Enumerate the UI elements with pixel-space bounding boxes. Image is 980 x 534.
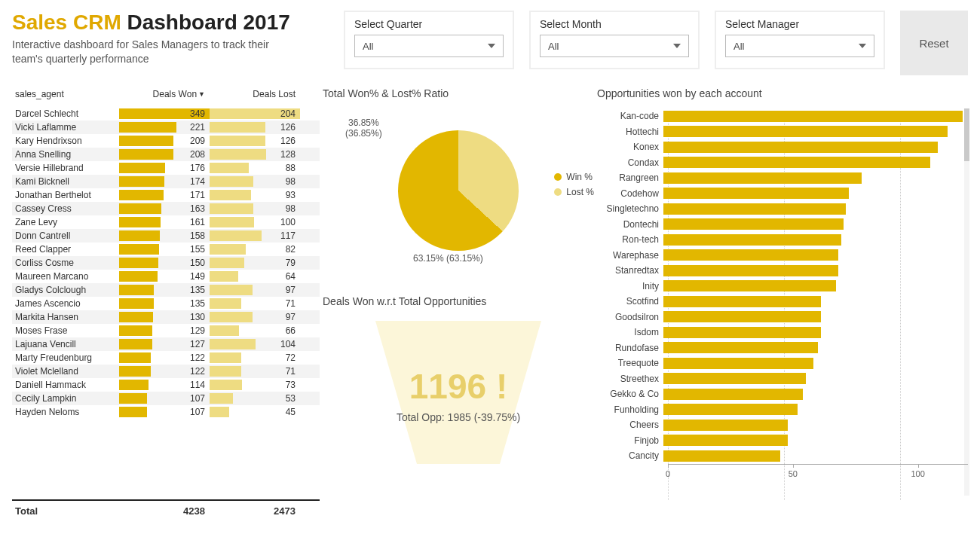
- table-row[interactable]: Vicki Laflamme221126: [12, 121, 320, 134]
- table-row[interactable]: Cecily Lampkin10753: [12, 392, 320, 405]
- lost-bar-cell: 72: [210, 352, 300, 364]
- table-row[interactable]: Hayden Neloms10745: [12, 405, 320, 419]
- table-row[interactable]: Cassey Cress16398: [12, 202, 320, 215]
- account-bar-track: [663, 142, 968, 153]
- won-bar: [119, 407, 147, 417]
- table-row[interactable]: Reed Clapper15582: [12, 243, 320, 256]
- lost-bar: [210, 230, 262, 241]
- table-row[interactable]: Jonathan Berthelot17193: [12, 188, 320, 202]
- won-value: 155: [190, 244, 205, 255]
- table-row[interactable]: Corliss Cosme15079: [12, 256, 320, 270]
- account-row[interactable]: Condax: [597, 155, 968, 171]
- won-value: 149: [190, 271, 205, 282]
- account-row[interactable]: Singletechno: [597, 201, 968, 217]
- account-row[interactable]: Rangreen: [597, 170, 968, 186]
- legend-win[interactable]: Win %: [554, 172, 594, 182]
- accounts-title: Opportunities won by each account: [597, 87, 968, 99]
- lost-value: 98: [286, 203, 296, 214]
- won-bar: [119, 122, 176, 133]
- lost-bar-cell: 66: [210, 325, 300, 337]
- filter-manager-label: Select Manager: [725, 18, 874, 30]
- lost-bar-cell: 53: [210, 392, 300, 404]
- legend-lost[interactable]: Lost %: [554, 187, 594, 197]
- accounts-bar-chart[interactable]: Kan-codeHottechiKonexCondaxRangreenCodeh…: [597, 108, 968, 517]
- account-row[interactable]: Warephase: [597, 248, 968, 264]
- filter-manager-value: All: [733, 41, 744, 52]
- table-row[interactable]: Lajuana Vencill127104: [12, 337, 320, 351]
- filter-manager-select[interactable]: All: [725, 35, 874, 57]
- won-value: 135: [190, 298, 205, 309]
- lost-bar: [210, 136, 265, 146]
- account-row[interactable]: Isdom: [597, 325, 968, 340]
- lost-value: 98: [286, 176, 296, 187]
- table-row[interactable]: Darcel Schlecht349204: [12, 107, 320, 121]
- table-row[interactable]: Kami Bicknell17498: [12, 175, 320, 188]
- account-row[interactable]: Cheers: [597, 417, 968, 433]
- table-row[interactable]: James Ascencio13571: [12, 297, 320, 310]
- account-row[interactable]: Streethex: [597, 371, 968, 387]
- account-row[interactable]: Hottechi: [597, 124, 968, 140]
- lost-value: 64: [286, 271, 296, 282]
- account-row[interactable]: Rundofase: [597, 340, 968, 356]
- col-header-agent[interactable]: sales_agent: [15, 89, 119, 99]
- account-row[interactable]: Inity: [597, 279, 968, 294]
- table-row[interactable]: Versie Hillebrand17688: [12, 161, 320, 175]
- col-header-lost[interactable]: Deals Lost: [210, 89, 300, 99]
- account-label: Cheers: [597, 420, 663, 430]
- agent-name: Markita Hansen: [15, 312, 119, 322]
- account-label: Singletechno: [597, 203, 663, 214]
- filter-quarter-select[interactable]: All: [354, 35, 504, 57]
- title-rest: Dashboard 2017: [127, 11, 290, 34]
- account-row[interactable]: Goodsilron: [597, 310, 968, 325]
- lost-bar: [210, 366, 241, 377]
- table-row[interactable]: Marty Freudenburg12272: [12, 351, 320, 365]
- table-row[interactable]: Daniell Hammack11473: [12, 378, 320, 392]
- account-bar-track: [663, 311, 968, 322]
- table-row[interactable]: Anna Snelling208128: [12, 148, 320, 161]
- pie-chart[interactable]: 36.85% (36.85%) 63.15% (63.15%) Win % Lo…: [323, 104, 594, 277]
- lost-value: 204: [280, 108, 296, 119]
- axis-tick: [918, 465, 919, 468]
- account-row[interactable]: Stanredtax: [597, 263, 968, 279]
- table-row[interactable]: Kary Hendrixson209126: [12, 134, 320, 148]
- lost-bar: [210, 298, 241, 309]
- lost-value: 71: [286, 366, 296, 377]
- lost-value: 71: [286, 298, 296, 309]
- table-row[interactable]: Violet Mclelland12271: [12, 365, 320, 378]
- account-row[interactable]: Codehow: [597, 186, 968, 202]
- account-row[interactable]: Funholding: [597, 402, 968, 418]
- col-header-won[interactable]: Deals Won▼: [119, 89, 210, 99]
- reset-button[interactable]: Reset: [900, 11, 968, 75]
- account-row[interactable]: Konex: [597, 139, 968, 155]
- lost-value: 45: [286, 407, 296, 417]
- table-row[interactable]: Maureen Marcano14964: [12, 270, 320, 283]
- account-row[interactable]: Finjob: [597, 433, 968, 449]
- table-row[interactable]: Gladys Colclough13597: [12, 283, 320, 297]
- account-row[interactable]: Kan-code: [597, 108, 968, 124]
- table-row[interactable]: Markita Hansen13097: [12, 310, 320, 324]
- account-row[interactable]: Cancity: [597, 448, 968, 464]
- account-bar: [663, 265, 838, 276]
- account-row[interactable]: Ron-tech: [597, 232, 968, 248]
- table-row[interactable]: Zane Levy161100: [12, 215, 320, 229]
- filter-month-select[interactable]: All: [540, 35, 689, 57]
- account-bar-track: [663, 234, 968, 246]
- table-row[interactable]: Donn Cantrell158117: [12, 229, 320, 243]
- account-bar: [663, 126, 948, 137]
- account-bar-track: [663, 420, 968, 431]
- account-row[interactable]: Scotfind: [597, 294, 968, 310]
- lost-value: 97: [286, 312, 296, 322]
- account-label: Rundofase: [597, 343, 663, 353]
- lost-bar: [210, 407, 229, 417]
- total-label: Total: [15, 505, 119, 517]
- gauge-card[interactable]: 1196 ! Total Opp: 1985 (-39.75%): [323, 312, 594, 478]
- table-row[interactable]: Moses Frase12966: [12, 324, 320, 337]
- account-bar-track: [663, 126, 968, 137]
- agent-name: Zane Levy: [15, 217, 119, 227]
- account-label: Stanredtax: [597, 265, 663, 276]
- axis-tick-label: 0: [666, 469, 670, 478]
- account-bar: [663, 327, 821, 338]
- account-row[interactable]: Gekko & Co: [597, 386, 968, 402]
- account-row[interactable]: Dontechi: [597, 217, 968, 233]
- account-row[interactable]: Treequote: [597, 355, 968, 371]
